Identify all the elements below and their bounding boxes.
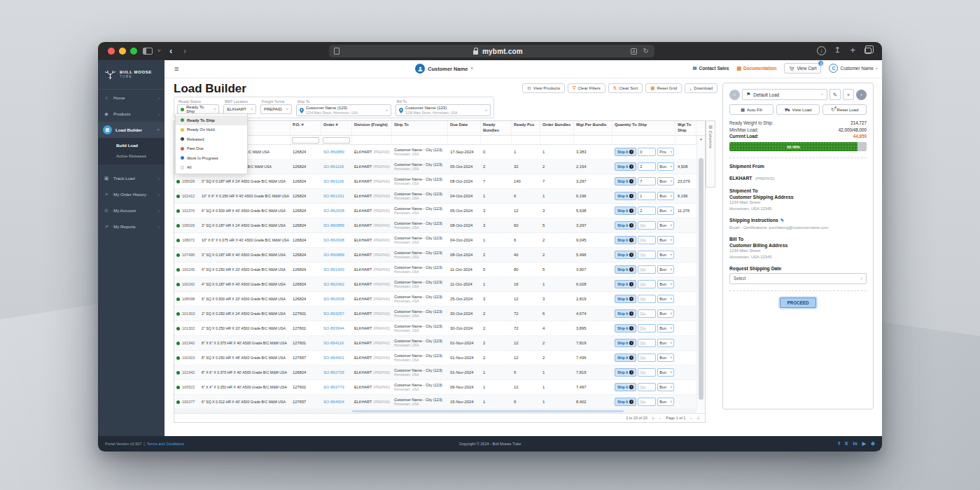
ship-to-select[interactable]: Customer Name (123) 1234 Main Street, Ho… [296, 104, 391, 116]
quantity-input[interactable]: Qty [638, 265, 656, 274]
terms-link[interactable]: Terms and Conditions [147, 442, 184, 446]
quantity-input[interactable]: Qty [638, 236, 656, 244]
minimize-window-button[interactable] [119, 48, 126, 55]
unit-select[interactable]: Pcs˅ [657, 148, 674, 156]
ship-it-button[interactable]: Ship Iti [615, 162, 636, 171]
ship-it-button[interactable]: Ship Iti [615, 221, 636, 230]
translate-icon[interactable]: A [631, 48, 637, 55]
status-option-ready-on-hold[interactable]: Ready On Hold [176, 125, 247, 135]
quantity-input[interactable]: Qty [638, 251, 656, 259]
next-page-button[interactable]: › [690, 416, 692, 420]
quantity-input[interactable]: Qty [638, 280, 656, 288]
quantity-input[interactable]: Qty [638, 221, 656, 230]
sidebar-subitem-build-load[interactable]: Build Load [98, 141, 164, 151]
ship-it-button[interactable]: Ship Iti [615, 251, 636, 259]
sidebar-item-home[interactable]: ⌂Home› [98, 90, 164, 106]
unit-select[interactable]: Bun˅ [657, 398, 674, 406]
sidebar-item-products[interactable]: ◆Products› [98, 106, 164, 122]
order-filter-input[interactable] [323, 137, 350, 144]
quantity-input[interactable]: 2 [638, 206, 656, 215]
table-row[interactable]: 1074953" SQ X 0.187 HR X 40' A500 Grade … [174, 248, 705, 262]
next-load-button[interactable]: › [856, 90, 867, 100]
order-link[interactable]: SO-864401 [323, 356, 344, 360]
order-link[interactable]: SO-863773 [323, 385, 344, 389]
reset-load-button[interactable]: ↻Reset Load [822, 104, 867, 115]
documentation-link[interactable]: ▤ Documentation [736, 66, 776, 71]
order-link[interactable]: SO-864504 [323, 400, 344, 404]
unit-select[interactable]: Bun˅ [657, 295, 674, 303]
table-row[interactable]: 10807210" X 6" X 0.375 HR X 40' A500 Gra… [174, 233, 705, 248]
back-button[interactable]: ‹ [169, 46, 172, 56]
order-link[interactable]: SO-862938 [323, 297, 344, 301]
unit-select[interactable]: Bun˅ [657, 177, 674, 186]
ready-status-select[interactable]: Ready To Ship ˄ [177, 104, 219, 114]
order-link[interactable]: SO-861106 [323, 179, 344, 183]
order-link[interactable]: SO-864116 [323, 341, 344, 345]
table-row[interactable]: 1002424" SQ X 0.187 HR X 40' A500 Grade … [174, 277, 705, 292]
ship-it-button[interactable]: Ship Iti [615, 368, 636, 377]
ship-it-button[interactable]: Ship Iti [615, 324, 636, 332]
table-row[interactable]: 1023706" SQ X 0.500 HR X 40' A500 Grade … [174, 204, 705, 218]
unit-select[interactable]: Bun˅ [657, 368, 674, 377]
unit-select[interactable]: Bun˅ [657, 221, 674, 230]
load-select[interactable]: ⚑ Default Load ˅ [742, 89, 827, 100]
status-option-ready-to-ship[interactable]: Ready To Ship [176, 115, 247, 125]
column-header-wgt-per-bundle[interactable]: Wgt Per Bundle [574, 121, 612, 135]
reset-grid-button[interactable]: ▦Reset Grid [645, 83, 682, 93]
sidebar-toggle-icon[interactable] [143, 48, 153, 55]
quantity-input[interactable]: 7 [638, 177, 656, 186]
facebook-icon[interactable]: f [838, 441, 839, 447]
first-page-button[interactable]: |‹ [652, 416, 655, 420]
customer-selector[interactable]: Customer Name ˅ [415, 64, 473, 74]
column-header-order-bundles[interactable]: Order Bundles [540, 121, 574, 135]
youtube-icon[interactable]: ▶ [862, 441, 866, 447]
vertical-scrollbar[interactable]: ▲ [696, 136, 705, 410]
sidebar-item-my-order-history[interactable]: ≡My Order History› [98, 186, 164, 202]
column-header-ship-to[interactable]: Ship To [392, 121, 448, 135]
unit-select[interactable]: Bun˅ [657, 354, 674, 362]
clear-sort-button[interactable]: ⇅Clear Sort [608, 83, 643, 93]
unit-select[interactable]: Bun˅ [657, 309, 674, 318]
prev-page-button[interactable]: ‹ [659, 416, 661, 420]
ship-it-button[interactable]: Ship Iti [615, 206, 636, 215]
unit-select[interactable]: Bun˅ [657, 265, 674, 274]
globe-icon[interactable]: ⊕ [871, 441, 875, 447]
edit-load-button[interactable]: ✎ [830, 89, 841, 100]
order-link[interactable]: SO-862705 [323, 370, 344, 374]
scroll-up-icon[interactable]: ▲ [697, 136, 705, 141]
linkedin-icon[interactable]: in [853, 441, 858, 447]
request-shipping-date-select[interactable]: Select ˅ [729, 273, 867, 284]
column-header-p-o[interactable]: P.O. # [290, 121, 321, 135]
column-header-ready-bundles[interactable]: Ready Bundles [481, 121, 512, 135]
reader-icon[interactable] [334, 48, 340, 55]
download-button[interactable]: ↓Download [685, 83, 718, 93]
order-link[interactable]: SO-860889 [323, 223, 344, 227]
order-link[interactable]: SO-860889 [323, 253, 344, 257]
table-row[interactable]: 1050263" SQ X 0.187 HR X 24' A500 Grade … [174, 174, 705, 189]
ship-it-button[interactable]: Ship Iti [615, 265, 636, 274]
table-row[interactable]: 1019428" X 6" X 0.375 HR X 40' A500 Grad… [174, 336, 705, 351]
quantity-input[interactable]: Qty [638, 309, 656, 318]
clear-filters-button[interactable]: ∇Clear Filters [568, 83, 606, 93]
quantity-input[interactable]: Qty [638, 398, 656, 406]
order-link[interactable]: SO-860889 [323, 150, 344, 154]
pencil-icon[interactable]: ✎ [780, 218, 784, 223]
ship-it-button[interactable]: Ship Iti [615, 148, 636, 156]
ship-it-button[interactable]: Ship Iti [615, 280, 636, 288]
quantity-input[interactable]: 2 [638, 162, 656, 171]
view-products-button[interactable]: ⊙View Products [522, 83, 565, 93]
order-link[interactable]: SO-861331 [323, 194, 344, 198]
order-link[interactable]: SO-861400 [323, 267, 344, 272]
table-row[interactable]: 1005226" X 4" X 0.250 HR X 40' A500 Grad… [174, 380, 705, 395]
x-icon[interactable]: X [845, 441, 848, 447]
unit-select[interactable]: Bun˅ [657, 324, 674, 332]
ship-it-button[interactable]: Ship Iti [615, 192, 636, 200]
status-option-released[interactable]: Released [176, 134, 247, 144]
new-tab-icon[interactable]: + [850, 45, 855, 55]
downloads-icon[interactable]: ↓ [817, 46, 826, 55]
status-option-work-in-progress[interactable]: Work In Progress [176, 153, 247, 163]
ship-it-button[interactable]: Ship Iti [615, 295, 636, 303]
sidebar-item-load-builder[interactable]: ⊞Load Builder˅ [98, 122, 164, 138]
po-filter-input[interactable] [292, 137, 319, 144]
unit-select[interactable]: Bun˅ [657, 236, 674, 244]
